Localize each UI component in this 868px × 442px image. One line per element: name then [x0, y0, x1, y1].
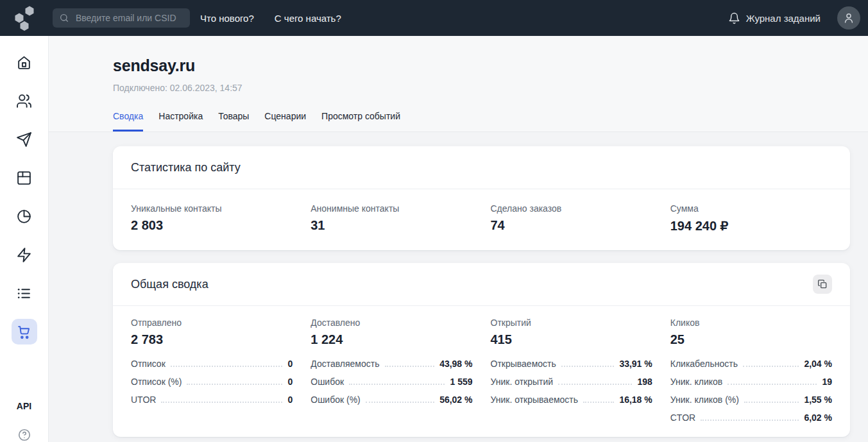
stat-label: Ошибок (%): [311, 395, 361, 405]
tab-summary[interactable]: Сводка: [113, 111, 143, 132]
tab-settings[interactable]: Настройка: [158, 111, 203, 132]
metric-value: 2 803: [131, 218, 293, 233]
sidebar-item-home[interactable]: [12, 49, 37, 75]
summary-col-delivered: Доставлено 1 224 Доставляемость 43,98 % …: [311, 318, 472, 409]
stat-label: Доставляемость: [311, 359, 379, 369]
task-journal-label: Журнал заданий: [746, 13, 821, 24]
col-label: Кликов: [670, 318, 832, 328]
summary-col-sent: Отправлено 2 783 Отписок 0 Отписок (%) 0: [131, 318, 293, 409]
stat-value: 1,55 %: [804, 395, 832, 405]
dotted-leader: [349, 384, 445, 385]
site-stats-title: Статистика по сайту: [131, 161, 241, 174]
top-navigation: Что нового? С чего начать?: [200, 13, 341, 24]
stat-value: 56,02 %: [439, 395, 472, 405]
stat-value: 1 559: [450, 377, 472, 387]
layout-icon: [16, 170, 32, 186]
stat-value: 0: [287, 377, 293, 387]
search-input[interactable]: [74, 12, 183, 24]
stat-value: 16,18 %: [619, 395, 652, 405]
copy-icon: [817, 279, 828, 289]
sendsay-logo-icon[interactable]: [10, 4, 40, 32]
cart-icon: [16, 324, 32, 340]
stat-value: 2,04 %: [804, 359, 832, 369]
stat-label: Кликабельность: [670, 359, 738, 369]
metric-value: 74: [491, 218, 652, 233]
tab-scenarios[interactable]: Сценарии: [264, 111, 306, 132]
stat-row: Уник. кликов 19: [670, 373, 832, 391]
metric-value: 194 240 ₽: [670, 218, 832, 234]
stat-label: UTOR: [131, 395, 156, 405]
sidebar-item-automation[interactable]: [12, 242, 37, 268]
copy-button[interactable]: [813, 275, 832, 294]
dotted-leader: [728, 384, 817, 385]
stat-value: 6,02 %: [804, 412, 832, 423]
stat-label: Уник. кликов: [670, 377, 723, 387]
nav-whats-new[interactable]: Что нового?: [200, 13, 254, 24]
dotted-leader: [171, 366, 283, 367]
metric-anonymous-contacts: Анонимные контакты 31: [311, 203, 472, 234]
dotted-leader: [583, 402, 614, 403]
tab-products[interactable]: Товары: [218, 111, 249, 132]
sidebar-item-statistics[interactable]: [12, 203, 37, 229]
stat-label: Уник. кликов (%): [670, 395, 739, 405]
summary-col-clicks: Кликов 25 Кликабельность 2,04 % Уник. кл…: [670, 318, 832, 427]
stat-label: Открываемость: [491, 359, 556, 369]
dotted-leader: [701, 420, 799, 421]
stat-value: 33,91 %: [619, 359, 652, 369]
search-box[interactable]: [53, 8, 190, 28]
stat-label: Отписок: [131, 359, 166, 369]
help-icon[interactable]: [17, 428, 31, 442]
stat-row: Уник. открываемость 16,18 %: [491, 391, 652, 409]
dotted-leader: [744, 402, 799, 403]
dotted-leader: [366, 402, 434, 403]
stat-label: Ошибок: [311, 377, 344, 387]
sidebar-item-campaigns[interactable]: [12, 126, 37, 152]
sidebar-item-lists[interactable]: [12, 280, 37, 306]
stat-value: 43,98 %: [439, 359, 472, 369]
tab-bar: Сводка Настройка Товары Сценарии Просмот…: [113, 111, 850, 132]
metric-label: Анонимные контакты: [311, 203, 472, 214]
stat-value: 19: [822, 377, 832, 387]
stat-row: Ошибок (%) 56,02 %: [311, 391, 472, 409]
stat-row: Отписок 0: [131, 355, 293, 373]
task-journal-button[interactable]: Журнал заданий: [728, 12, 821, 24]
stat-row: Открываемость 33,91 %: [491, 355, 652, 373]
lightning-icon: [16, 247, 32, 263]
summary-card: Общая сводка Отправлено: [113, 263, 850, 437]
users-icon: [16, 93, 32, 109]
content-area: Статистика по сайту Уникальные контакты …: [49, 132, 868, 442]
stat-row: Ошибок 1 559: [311, 373, 472, 391]
dotted-leader: [743, 366, 799, 367]
stat-label: CTOR: [670, 412, 695, 423]
dotted-leader: [161, 402, 282, 403]
col-value: 25: [670, 332, 832, 347]
site-stats-card: Статистика по сайту Уникальные контакты …: [113, 146, 850, 250]
metric-total-sum: Сумма 194 240 ₽: [670, 203, 832, 234]
stat-label: Отписок (%): [131, 377, 182, 387]
sidebar-item-templates[interactable]: [12, 165, 37, 191]
metric-unique-contacts: Уникальные контакты 2 803: [131, 203, 293, 234]
page-title: sendsay.ru: [113, 56, 850, 75]
search-icon: [59, 13, 69, 23]
col-label: Открытий: [491, 318, 652, 328]
sidebar-item-shop[interactable]: [12, 319, 37, 344]
col-value: 2 783: [131, 332, 293, 347]
nav-getting-started[interactable]: С чего начать?: [275, 13, 341, 24]
stat-row: Доставляемость 43,98 %: [311, 355, 472, 373]
topbar: Что нового? С чего начать? Журнал задани…: [0, 0, 868, 36]
tab-events[interactable]: Просмотр событий: [321, 111, 400, 132]
dotted-leader: [558, 384, 632, 385]
sidebar-item-api[interactable]: API: [17, 401, 31, 411]
sidebar: API: [0, 36, 49, 442]
stat-row: Уник. кликов (%) 1,55 %: [670, 391, 832, 409]
col-value: 1 224: [311, 332, 472, 347]
home-icon: [16, 55, 32, 71]
user-avatar[interactable]: [837, 6, 860, 30]
stat-label: Уник. открываемость: [491, 395, 579, 405]
list-icon: [16, 285, 32, 302]
stat-row: Кликабельность 2,04 %: [670, 355, 832, 373]
sidebar-item-contacts[interactable]: [12, 88, 37, 114]
metric-label: Сделано заказов: [491, 203, 652, 214]
page-header: sendsay.ru Подключено: 02.06.2023, 14:57…: [49, 36, 868, 132]
dotted-leader: [385, 366, 435, 367]
